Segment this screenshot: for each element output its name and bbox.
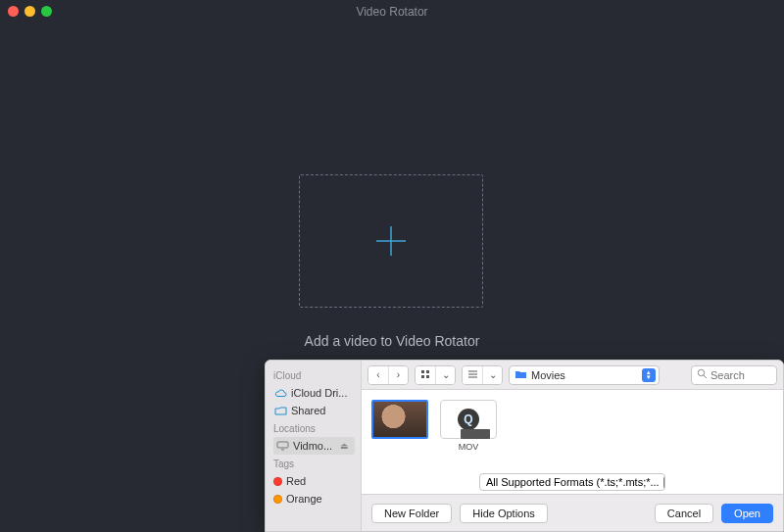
group-button[interactable] [463,366,482,384]
nav-back-forward: ‹ › [368,365,409,385]
tag-dot-icon [273,477,282,486]
svg-rect-2 [277,442,288,448]
video-thumbnail-icon [371,400,428,439]
dialog-toolbar: ‹ › ⌄ ⌄ [362,361,783,390]
sidebar-item-label: Shared [291,405,325,416]
search-input[interactable] [710,369,769,381]
sidebar-item-label: iCloud Dri... [291,387,347,399]
sidebar-item-icloud-drive[interactable]: iCloud Dri... [273,384,361,402]
window-controls [8,6,52,17]
file-format-label: All Supported Formats (*.ts;*.mts;*... [486,476,660,488]
sidebar-item-volume[interactable]: Vidmo... ⏏ [273,437,355,455]
sidebar-header-locations: Locations [273,423,361,434]
sidebar-header-icloud: iCloud [273,370,361,381]
dialog-main: ‹ › ⌄ ⌄ [362,361,783,531]
svg-rect-5 [426,370,429,373]
sidebar-header-tags: Tags [273,459,361,469]
dialog-sidebar: iCloud iCloud Dri... Shared Locations Vi… [266,361,362,531]
eject-icon[interactable]: ⏏ [340,441,349,451]
dropzone-label: Add a video to Video Rotator [0,333,784,349]
sidebar-tag-red[interactable]: Red [273,472,361,490]
search-field[interactable] [691,365,777,385]
file-item[interactable]: Q MOV [440,400,497,452]
folder-icon [514,369,527,381]
sidebar-item-shared[interactable]: Shared [273,402,361,419]
view-mode-chevron-button[interactable]: ⌄ [435,366,455,384]
sidebar-tag-orange[interactable]: Orange [273,490,361,508]
zoom-window-button[interactable] [41,6,52,17]
add-video-dropzone[interactable] [299,174,483,308]
svg-rect-4 [421,370,424,373]
file-format-popup[interactable]: All Supported Formats (*.ts;*.mts;*... ▲… [479,473,665,491]
icon-view-button[interactable] [416,366,435,384]
new-folder-button[interactable]: New Folder [371,504,452,523]
file-item-selected[interactable] [371,400,428,439]
nav-back-button[interactable]: ‹ [368,366,388,384]
updown-chevron-icon: ▲▼ [663,476,665,489]
location-popup[interactable]: Movies ▲▼ [509,365,660,385]
location-label: Movies [531,369,565,381]
svg-rect-6 [421,375,424,378]
cancel-button[interactable]: Cancel [655,504,713,523]
shared-folder-icon [273,406,287,415]
svg-rect-7 [426,375,429,378]
file-browser[interactable]: Q MOV [362,390,783,470]
titlebar: Video Rotator [0,0,784,24]
group-chevron-button[interactable]: ⌄ [482,366,502,384]
dialog-bottombar: New Folder Hide Options Cancel Open [362,494,783,531]
view-mode-segment: ⌄ [415,365,456,385]
tag-dot-icon [273,495,282,504]
svg-line-12 [704,375,707,378]
open-button[interactable]: Open [721,504,773,523]
open-file-dialog: iCloud iCloud Dri... Shared Locations Vi… [265,360,784,532]
sidebar-item-label: Orange [286,493,322,505]
updown-chevron-icon: ▲▼ [642,368,656,382]
close-window-button[interactable] [8,6,19,17]
plus-icon [374,224,408,258]
format-row: All Supported Formats (*.ts;*.mts;*... ▲… [362,470,783,494]
display-icon [275,441,289,451]
group-segment: ⌄ [462,365,503,385]
window-title: Video Rotator [356,5,427,19]
minimize-window-button[interactable] [24,6,35,17]
file-badge: MOV [440,442,497,452]
search-icon [697,368,708,381]
quicktime-file-icon: Q [440,400,497,439]
sidebar-item-label: Red [286,475,306,487]
hide-options-button[interactable]: Hide Options [460,504,548,523]
svg-point-11 [698,369,704,375]
cloud-icon [273,389,287,398]
nav-forward-button[interactable]: › [388,366,408,384]
app-window: Video Rotator Add a video to Video Rotat… [0,0,784,532]
sidebar-item-label: Vidmo... [293,440,332,452]
